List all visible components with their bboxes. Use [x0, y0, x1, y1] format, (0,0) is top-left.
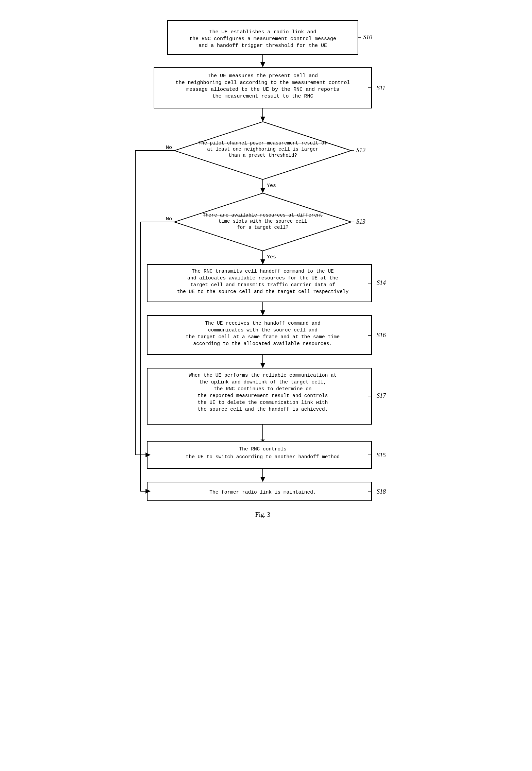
s13-text3: for a target cell?	[237, 225, 288, 230]
svg-marker-13	[260, 259, 265, 264]
s14-line4: the UE to the source cell and the target…	[177, 289, 348, 294]
s16-line4: according to the allocated available res…	[193, 341, 332, 346]
s12-label: S12	[356, 147, 365, 154]
s11-line2: the neighboring cell according to the me…	[175, 80, 350, 86]
s16-label: S16	[377, 332, 386, 339]
s13-yes-label: Yes	[267, 254, 276, 260]
s18-label: S18	[377, 488, 386, 495]
s16-line1: The UE receives the handoff command and	[205, 321, 320, 326]
s14-line3: target cell and transmits traffic carrie…	[190, 282, 335, 288]
s11-line3: message allocated to the UE by the RNC a…	[186, 87, 339, 92]
s13-text2: time slots with the source cell	[218, 219, 307, 224]
s17-line2: the uplink and downlink of the target ce…	[199, 379, 326, 385]
s12-text1: The pilot channel power measurement resu…	[198, 140, 327, 146]
s11-line1: The UE measures the present cell and	[207, 73, 318, 79]
s15-line1: The RNC controls	[239, 446, 286, 452]
s14-line1: The RNC transmits cell handoff command t…	[192, 269, 334, 274]
s14-label: S14	[377, 279, 386, 286]
s17-line1: When the UE performs the reliable commun…	[189, 373, 337, 378]
figure-caption: Fig. 3	[255, 511, 270, 518]
s12-text3: than a preset threshold?	[228, 153, 297, 158]
svg-marker-7	[260, 117, 265, 122]
svg-marker-17	[260, 310, 265, 315]
s18-text: The former radio link is maintained.	[209, 490, 316, 495]
s11-label: S11	[377, 85, 385, 91]
s13-no-label: No	[166, 216, 172, 222]
s15-label: S15	[377, 452, 386, 459]
flowchart-diagram: The UE establishes a radio link and the …	[113, 14, 419, 748]
s12-yes-label: Yes	[267, 183, 276, 189]
svg-marker-3	[260, 62, 265, 67]
svg-marker-27	[260, 477, 265, 482]
s15-line2: the UE to switch according to another ha…	[186, 454, 339, 460]
s11-line4: the measurement result to the RNC	[212, 93, 313, 99]
s12-no-label: No	[166, 145, 172, 151]
s17-line3: the RNC continues to determine on	[214, 386, 311, 392]
s14-line2: and allocates available resources for th…	[187, 275, 338, 281]
s10-line1: The UE establishes a radio link and	[209, 29, 316, 35]
s10-line2: the RNC configures a measurement control…	[189, 36, 336, 42]
s16-line3: the target cell at a same frame and at t…	[186, 334, 339, 340]
s17-line6: the source cell and the handoff is achie…	[198, 407, 328, 412]
s17-line5: the UE to delete the communication link …	[198, 400, 328, 405]
s10-label: S10	[363, 34, 372, 40]
flowchart-svg: The UE establishes a radio link and the …	[113, 14, 419, 748]
s12-text2: at least one neighboring cell is larger	[207, 147, 319, 152]
svg-marker-21	[260, 363, 265, 368]
s17-line4: the reported measurement result and cont…	[198, 393, 328, 398]
s10-line3: and a handoff trigger threshold for the …	[198, 43, 327, 49]
s17-label: S17	[377, 392, 386, 399]
s13-label: S13	[356, 218, 365, 225]
s16-line2: communicates with the source cell and	[208, 327, 318, 333]
s13-text1: There are available resources at differe…	[203, 212, 323, 218]
svg-marker-10	[260, 188, 265, 193]
